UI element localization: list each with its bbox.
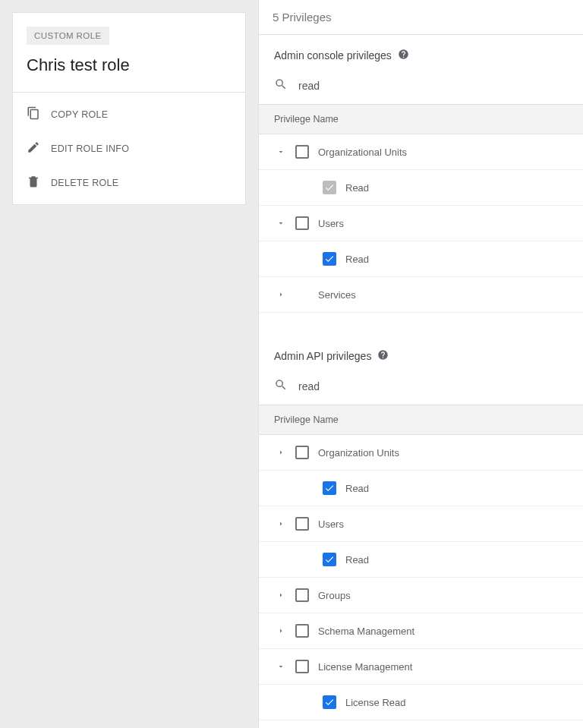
privilege-checkbox[interactable] [323,252,336,266]
action-label: EDIT ROLE INFO [51,143,129,154]
action-label: DELETE ROLE [51,178,118,188]
chevron-down-icon[interactable] [273,143,289,160]
panel-heading: Admin console privileges [274,49,392,61]
privilege-row: Read [259,170,583,206]
api-search-input[interactable] [297,380,568,393]
privilege-row: Read [259,542,583,578]
privilege-label: Users [318,218,344,229]
privilege-label: Organization Units [318,447,399,459]
privilege-row: Billing Management [259,720,583,728]
chevron-right-icon[interactable] [273,622,289,639]
privilege-label: Read [345,182,369,194]
action-label: COPY ROLE [51,109,108,120]
privilege-row: Users [259,206,583,241]
chevron-right-icon[interactable] [273,587,289,604]
privilege-row: License Read [259,685,583,720]
trash-icon [27,175,40,191]
privilege-checkbox[interactable] [295,624,309,638]
privilege-row: Organizational Units [259,134,583,170]
privilege-label: License Management [318,661,412,673]
privileges-panel: 5 Privileges Admin console privileges Pr… [258,0,583,728]
privileges-title: 5 Privileges [259,0,583,35]
column-header: Privilege Name [259,105,583,134]
privilege-row: Users [259,506,583,542]
privilege-checkbox [323,181,336,194]
privilege-label: Users [318,518,344,530]
role-type-chip: CUSTOM ROLE [27,27,109,45]
privilege-checkbox[interactable] [295,145,309,159]
admin-api-privileges-panel: Admin API privileges Privilege Name Orga… [259,336,583,728]
privilege-checkbox[interactable] [323,553,336,566]
privilege-row: Services [259,277,583,313]
chevron-down-icon[interactable] [273,215,289,232]
privilege-row: Groups [259,578,583,613]
privilege-checkbox[interactable] [295,517,309,531]
copy-icon [27,106,40,122]
privilege-label: Read [345,554,369,566]
privilege-checkbox[interactable] [323,695,336,709]
privilege-row: Read [259,241,583,277]
privilege-label: Organizational Units [318,147,407,158]
privilege-checkbox[interactable] [295,216,309,230]
panel-heading: Admin API privileges [274,350,371,362]
search-icon [274,378,288,394]
chevron-right-icon[interactable] [273,444,289,461]
privilege-row: Read [259,471,583,506]
chevron-down-icon[interactable] [273,658,289,675]
console-privilege-list: Organizational UnitsReadUsersReadService… [259,134,583,313]
privilege-checkbox[interactable] [295,446,309,459]
edit-role-info-button[interactable]: EDIT ROLE INFO [13,131,245,165]
privilege-label: License Read [345,697,406,708]
help-icon[interactable] [398,49,409,62]
privilege-label: Services [318,289,356,301]
privilege-checkbox[interactable] [323,481,336,495]
privilege-row: License Management [259,649,583,685]
chevron-right-icon[interactable] [273,286,289,303]
role-sidebar: CUSTOM ROLE Chris test role COPY ROLE ED… [0,0,258,728]
privilege-checkbox[interactable] [295,588,309,602]
privilege-label: Schema Management [318,626,414,637]
console-search-input[interactable] [297,79,568,93]
delete-role-button[interactable]: DELETE ROLE [13,165,245,200]
search-icon [274,77,288,93]
role-name: Chris test role [27,55,232,75]
role-card: CUSTOM ROLE Chris test role COPY ROLE ED… [12,12,246,205]
privilege-label: Groups [318,590,351,601]
privilege-row: Organization Units [259,435,583,471]
privilege-label: Read [345,483,369,494]
privilege-row: Schema Management [259,613,583,649]
copy-role-button[interactable]: COPY ROLE [13,97,245,131]
admin-console-privileges-panel: Admin console privileges Privilege Name … [259,35,583,313]
privilege-label: Read [345,254,369,265]
column-header: Privilege Name [259,405,583,435]
pencil-icon [27,140,40,156]
api-privilege-list: Organization UnitsReadUsersReadGroupsSch… [259,435,583,728]
help-icon[interactable] [377,349,389,363]
privilege-checkbox[interactable] [295,660,309,673]
chevron-right-icon[interactable] [273,515,289,532]
